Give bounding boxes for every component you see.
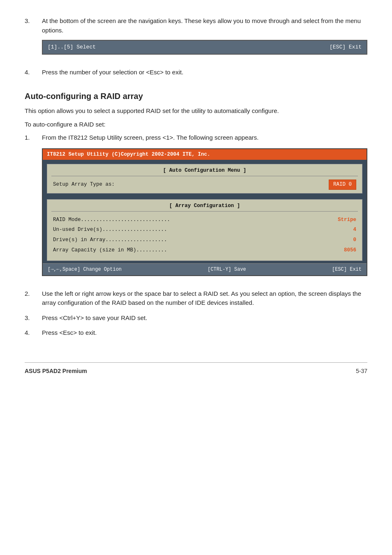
- list-item-step3: 3. Press <Ctrl+Y> to save your RAID set.: [25, 313, 367, 323]
- nav-bar-right: [ESC] Exit: [330, 43, 362, 51]
- array-config-value-2: 0: [353, 236, 356, 244]
- array-config-label-3: Array Capacity (size in MB)..........: [53, 246, 167, 254]
- step4-number: 4.: [25, 328, 35, 338]
- auto-config-panel-title: [ Auto Configuration Menu ]: [51, 167, 358, 176]
- main-screen: IT8212 Setup Utility (C)Copyright 2002-2…: [42, 148, 367, 276]
- footer: ASUS P5AD2 Premium 5-37: [25, 362, 367, 375]
- array-config-title: [ Array Configuration ]: [51, 202, 358, 212]
- array-config-value-1: 4: [353, 226, 356, 234]
- screen-title-text: IT8212 Setup Utility (C)Copyright 2002-2…: [47, 152, 210, 157]
- screen-bottom-center: [CTRL-Y] Save: [208, 266, 246, 273]
- section-desc2: To auto-configure a RAID set:: [25, 120, 367, 129]
- step3-text: Press <Ctrl+Y> to save your RAID set.: [42, 314, 147, 321]
- auto-config-field-row: Setup Array Type as: RAID 0: [51, 179, 358, 191]
- auto-config-field-label: Setup Array Type as:: [53, 181, 115, 189]
- array-config-value-0: Stripe: [338, 216, 356, 224]
- auto-config-section: [ Auto Configuration Menu ] Setup Array …: [43, 160, 367, 198]
- screen-bottom-right: [ESC] Exit: [332, 266, 362, 273]
- array-config-row-2: Drive(s) in Array.................... 0: [51, 235, 358, 245]
- item3-content: At the bottom of the screen are the navi…: [42, 16, 367, 62]
- list-item-3: 3. At the bottom of the screen are the n…: [25, 16, 367, 62]
- screen-bottom-bar: [→,←,Space] Change Option [CTRL-Y] Save …: [43, 263, 367, 275]
- array-config-row-0: RAID Mode............................. S…: [51, 215, 358, 225]
- nav-bar-terminal: [1]..[5] Select [ESC] Exit: [42, 40, 367, 55]
- step4-text: Press <Esc> to exit.: [42, 329, 97, 336]
- array-config-value-3: 8056: [344, 246, 356, 254]
- step4-content: Press <Esc> to exit.: [42, 328, 367, 338]
- auto-config-panel: [ Auto Configuration Menu ] Setup Array …: [47, 164, 362, 193]
- step1-number: 1.: [25, 133, 35, 283]
- step1-text: From the IT8212 Setup Utility screen, pr…: [42, 134, 259, 141]
- array-config-label-0: RAID Mode.............................: [53, 216, 170, 224]
- item3-number: 3.: [25, 16, 35, 62]
- step2-text: Use the left or right arrow keys or the …: [42, 290, 361, 306]
- step3-number: 3.: [25, 313, 35, 323]
- section-heading: Auto-configuring a RAID array: [25, 90, 367, 102]
- array-config-row-3: Array Capacity (size in MB).......... 80…: [51, 245, 358, 256]
- array-config-panel: [ Array Configuration ] RAID Mode.......…: [47, 199, 362, 261]
- array-config-label-2: Drive(s) in Array....................: [53, 236, 167, 244]
- array-config-label-1: Un-used Drive(s).....................: [53, 226, 167, 234]
- item4-text: Press the number of your selection or <E…: [42, 69, 183, 76]
- list-item-step2: 2. Use the left or right arrow keys or t…: [25, 289, 367, 308]
- step2-content: Use the left or right arrow keys or the …: [42, 289, 367, 308]
- list-item-step4: 4. Press <Esc> to exit.: [25, 328, 367, 338]
- array-config-row-1: Un-used Drive(s)..................... 4: [51, 225, 358, 235]
- list-item-step1: 1. From the IT8212 Setup Utility screen,…: [25, 133, 367, 283]
- list-item-4: 4. Press the number of your selection or…: [25, 68, 367, 77]
- footer-right: 5-37: [356, 367, 367, 375]
- step1-content: From the IT8212 Setup Utility screen, pr…: [42, 133, 367, 283]
- screen-bottom-left: [→,←,Space] Change Option: [48, 266, 122, 273]
- page-content: 3. At the bottom of the screen are the n…: [25, 16, 367, 375]
- item4-number: 4.: [25, 68, 35, 77]
- screen-title-bar: IT8212 Setup Utility (C)Copyright 2002-2…: [43, 149, 367, 160]
- step3-content: Press <Ctrl+Y> to save your RAID set.: [42, 313, 367, 323]
- section-desc1: This option allows you to select a suppo…: [25, 106, 367, 116]
- item3-text: At the bottom of the screen are the navi…: [42, 17, 361, 34]
- item4-content: Press the number of your selection or <E…: [42, 68, 367, 77]
- auto-config-field-value: RAID 0: [329, 180, 356, 190]
- step2-number: 2.: [25, 289, 35, 308]
- footer-left: ASUS P5AD2 Premium: [25, 367, 87, 375]
- nav-bar-left: [1]..[5] Select: [48, 43, 96, 51]
